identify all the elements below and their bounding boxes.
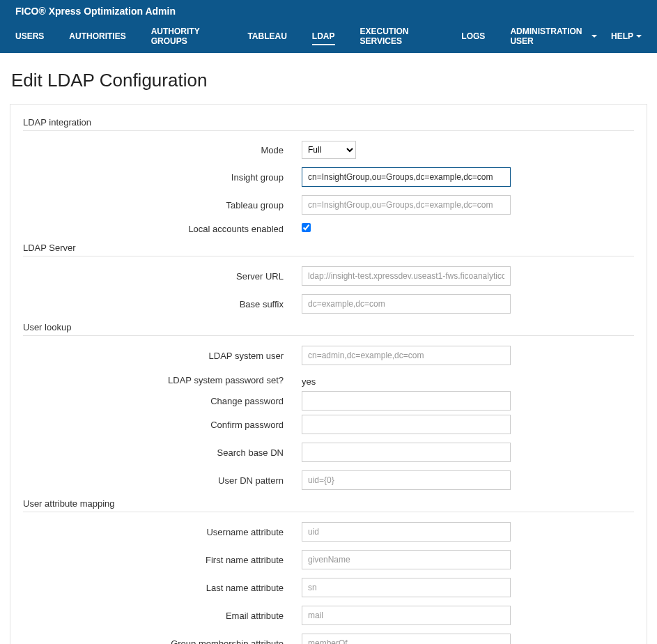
first-name-attr-label: First name attribute bbox=[23, 555, 302, 565]
change-password-label: Change password bbox=[23, 396, 302, 406]
group-membership-attr-label: Group membership attribute bbox=[23, 638, 302, 645]
tab-ldap[interactable]: LDAP bbox=[312, 26, 335, 48]
insight-group-label: Insight group bbox=[23, 172, 302, 183]
mode-select[interactable]: Full bbox=[302, 141, 356, 159]
page-body: Edit LDAP Configuration LDAP integration… bbox=[0, 53, 657, 644]
chevron-down-icon bbox=[636, 35, 642, 38]
help-menu[interactable]: HELP bbox=[611, 26, 642, 48]
group-membership-attr-input[interactable] bbox=[302, 634, 511, 644]
help-label: HELP bbox=[611, 31, 633, 41]
user-dn-pattern-label: User DN pattern bbox=[23, 475, 302, 486]
system-user-input[interactable] bbox=[302, 346, 511, 365]
username-attr-label: Username attribute bbox=[23, 527, 302, 537]
email-attr-label: Email attribute bbox=[23, 611, 302, 621]
admin-user-label: ADMINISTRATION USER bbox=[510, 26, 589, 46]
form-panel: LDAP integration Mode Full Insight group… bbox=[10, 104, 647, 644]
tab-tableau[interactable]: TABLEAU bbox=[247, 26, 286, 48]
server-url-label: Server URL bbox=[23, 271, 302, 282]
page-title: Edit LDAP Configuration bbox=[11, 70, 647, 91]
tableau-group-label: Tableau group bbox=[23, 200, 302, 210]
section-header-integration: LDAP integration bbox=[23, 117, 634, 131]
search-base-dn-input[interactable] bbox=[302, 443, 511, 462]
tab-authority-groups[interactable]: AUTHORITY GROUPS bbox=[151, 21, 223, 53]
search-base-dn-label: Search base DN bbox=[23, 447, 302, 458]
user-dn-pattern-input[interactable] bbox=[302, 470, 511, 490]
local-accounts-checkbox[interactable] bbox=[302, 223, 311, 232]
confirm-password-label: Confirm password bbox=[23, 420, 302, 430]
password-set-value: yes bbox=[302, 374, 511, 387]
username-attr-input[interactable] bbox=[302, 522, 511, 542]
admin-user-menu[interactable]: ADMINISTRATION USER bbox=[510, 21, 597, 53]
tab-authorities[interactable]: AUTHORITIES bbox=[69, 26, 125, 48]
section-header-lookup: User lookup bbox=[23, 322, 634, 336]
chevron-down-icon bbox=[592, 35, 597, 38]
tab-logs[interactable]: LOGS bbox=[461, 26, 485, 48]
mode-label: Mode bbox=[23, 145, 302, 155]
base-suffix-label: Base suffix bbox=[23, 299, 302, 309]
top-header: FICO® Xpress Optimization Admin USERS AU… bbox=[0, 0, 657, 53]
confirm-password-input[interactable] bbox=[302, 415, 511, 434]
last-name-attr-label: Last name attribute bbox=[23, 583, 302, 593]
tableau-group-input[interactable] bbox=[302, 195, 511, 215]
change-password-input[interactable] bbox=[302, 391, 511, 411]
tab-execution-services[interactable]: EXECUTION SERVICES bbox=[360, 21, 437, 53]
local-accounts-label: Local accounts enabled bbox=[23, 224, 302, 234]
nav-row: USERS AUTHORITIES AUTHORITY GROUPS TABLE… bbox=[15, 21, 642, 53]
tab-users[interactable]: USERS bbox=[15, 26, 44, 48]
server-url-input[interactable] bbox=[302, 266, 511, 286]
app-title: FICO® Xpress Optimization Admin bbox=[15, 6, 642, 21]
insight-group-input[interactable] bbox=[302, 167, 511, 187]
base-suffix-input[interactable] bbox=[302, 294, 511, 314]
first-name-attr-input[interactable] bbox=[302, 550, 511, 569]
section-header-mapping: User attribute mapping bbox=[23, 498, 634, 512]
last-name-attr-input[interactable] bbox=[302, 578, 511, 597]
password-set-label: LDAP system password set? bbox=[23, 375, 302, 385]
section-header-server: LDAP Server bbox=[23, 243, 634, 256]
email-attr-input[interactable] bbox=[302, 606, 511, 625]
system-user-label: LDAP system user bbox=[23, 351, 302, 361]
